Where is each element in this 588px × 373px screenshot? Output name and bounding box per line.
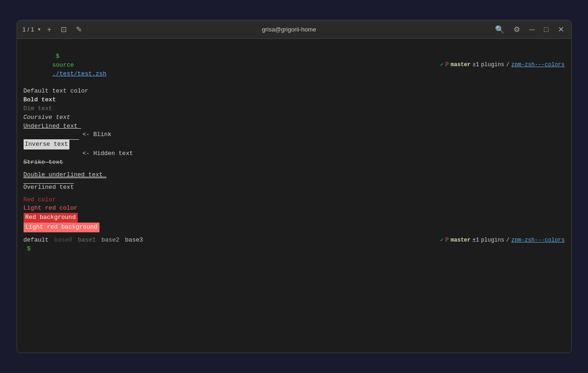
line-double-underline: Double underlined text_ — [24, 171, 565, 180]
minimize-button[interactable]: ─ — [527, 25, 536, 35]
tab-dropdown-icon[interactable]: ▾ — [38, 26, 41, 32]
rename-button[interactable]: ✎ — [73, 25, 85, 34]
blink-indicator — [24, 131, 79, 140]
line-dim: Dim text — [24, 105, 565, 113]
git-status-top: ✓ ℙ master ±1 plugins / zpm-zsh---colors — [440, 61, 565, 69]
line-light-red-background: Light red background — [24, 223, 565, 232]
line-red-color: Red color — [24, 196, 565, 205]
search-button[interactable]: 🔍 — [493, 24, 506, 35]
line-hidden: <- Hidden text — [24, 149, 565, 158]
color-default: default — [24, 236, 49, 245]
git-status-bottom: ✓ ℙ master ±1 plugins / zpm-zsh---colors — [440, 236, 565, 244]
terminal-window: 1 / 1 ▾ + ⊡ ✎ grisa@grigorii-home 🔍 ⚙ ─ … — [17, 20, 572, 353]
tab-label: 1 / 1 — [23, 26, 34, 33]
final-prompt-line: $ — [24, 245, 565, 254]
line-overline: Overlined text — [24, 183, 565, 192]
new-tab-button[interactable]: + — [44, 25, 54, 34]
command-line: $ source ./test/test.zsh ✓ ℙ master ±1 p… — [24, 44, 565, 87]
line-strike: Strike text — [24, 158, 565, 167]
title-actions: 🔍 ⚙ ─ □ ✕ — [493, 24, 565, 35]
cmd-path: ./test/test.zsh — [52, 70, 106, 77]
line-default-color: Default text color — [24, 87, 565, 96]
color-base0: base0 — [54, 236, 72, 245]
maximize-button[interactable]: □ — [542, 25, 551, 35]
split-button[interactable]: ⊡ — [58, 25, 69, 34]
line-red-background: Red background — [24, 213, 565, 223]
close-button[interactable]: ✕ — [556, 24, 566, 35]
window-title: grisa@grigorii-home — [85, 26, 493, 33]
line-light-red-color: Light red color — [24, 204, 565, 213]
settings-button[interactable]: ⚙ — [512, 24, 522, 35]
line-underline: UnderLined text_ — [24, 122, 565, 131]
line-blink: <- Blink — [24, 131, 565, 140]
colors-palette: default base0 base1 base2 base3 — [24, 236, 143, 245]
color-base1: base1 — [78, 236, 96, 245]
prompt-dollar: $ — [52, 53, 63, 60]
line-bold: Bold text — [24, 96, 565, 105]
color-base3: base3 — [125, 236, 143, 245]
terminal-body[interactable]: $ source ./test/test.zsh ✓ ℙ master ±1 p… — [17, 39, 571, 353]
titlebar: 1 / 1 ▾ + ⊡ ✎ grisa@grigorii-home 🔍 ⚙ ─ … — [17, 20, 571, 39]
tab-area: 1 / 1 ▾ + ⊡ ✎ — [23, 25, 85, 34]
final-prompt-dollar: $ — [24, 245, 31, 254]
line-italic: Coursive text — [24, 113, 565, 122]
hidden-spacer — [24, 149, 79, 158]
colors-palette-line: default base0 base1 base2 base3 ✓ ℙ mast… — [24, 236, 565, 245]
line-inverse: Inverse text — [24, 140, 565, 149]
cmd-source: source — [52, 62, 78, 68]
color-base2: base2 — [101, 236, 119, 245]
